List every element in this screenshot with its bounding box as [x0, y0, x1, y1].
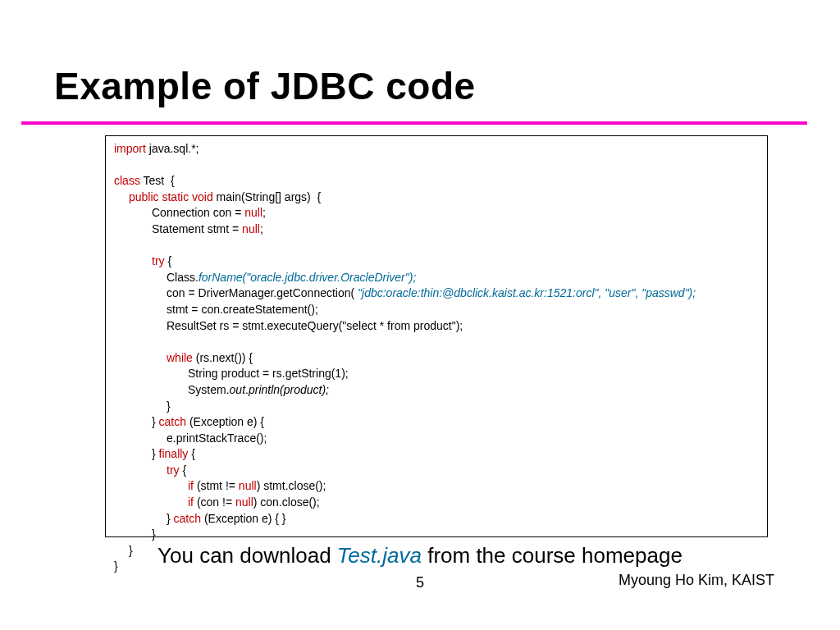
- kw-null: null: [244, 206, 262, 219]
- kw-catch: catch: [159, 415, 186, 428]
- code-text: }: [152, 415, 159, 428]
- code-text: {: [165, 254, 172, 267]
- caption-filename: Test.java: [337, 543, 422, 568]
- code-text: con = DriverManager.getConnection(: [167, 286, 358, 299]
- kw-try: try: [167, 463, 180, 477]
- kw-try: try: [152, 254, 165, 267]
- str-literal: "jdbc:oracle:thin:@dbclick.kaist.ac.kr:1…: [358, 286, 696, 299]
- code-text: }: [167, 512, 174, 525]
- str-literal: forName("oracle.jdbc.driver.OracleDriver…: [199, 271, 416, 284]
- code-text: java.sql.*;: [146, 142, 199, 155]
- code-text: ;: [260, 222, 263, 235]
- code-text: stmt = con.createStatement();: [167, 303, 318, 316]
- kw-public-static-void: public static void: [129, 190, 213, 203]
- caption-pre: You can download: [158, 543, 337, 568]
- code-text: }: [167, 399, 171, 413]
- kw-catch: catch: [174, 512, 201, 525]
- code-block: import java.sql.*; class Test { public s…: [105, 135, 768, 537]
- kw-class: class: [114, 174, 140, 187]
- kw-while: while: [167, 351, 193, 364]
- code-text: (Exception e) { }: [201, 512, 286, 525]
- kw-null: null: [235, 495, 253, 509]
- code-text: ) stmt.close();: [257, 479, 326, 492]
- code-text: ) con.close();: [253, 495, 320, 509]
- slide-title: Example of JDBC code: [54, 64, 476, 108]
- kw-finally: finally: [159, 447, 189, 460]
- code-text: }: [152, 527, 156, 541]
- code-text: String product = rs.getString(1);: [188, 367, 349, 380]
- kw-null: null: [242, 222, 260, 235]
- code-text: (Exception e) {: [186, 415, 264, 428]
- author: Myoung Ho Kim, KAIST: [619, 572, 774, 589]
- method-println: println(product);: [249, 383, 329, 396]
- code-text: ResultSet rs = stmt.executeQuery("select…: [167, 319, 463, 332]
- code-text: (con !=: [194, 495, 235, 509]
- kw-if: if: [188, 479, 194, 492]
- code-text: (rs.next()) {: [193, 351, 253, 364]
- code-text: e.printStackTrace();: [167, 431, 267, 445]
- caption-post: from the course homepage: [422, 543, 682, 568]
- code-text: Test {: [140, 174, 175, 187]
- caption: You can download Test.java from the cour…: [0, 543, 840, 568]
- slide: Example of JDBC code import java.sql.*; …: [0, 0, 840, 630]
- code-text: ;: [262, 206, 266, 219]
- field-out: out: [230, 383, 245, 396]
- kw-null: null: [239, 479, 257, 492]
- code-text: {: [180, 463, 187, 477]
- kw-import: import: [114, 142, 146, 155]
- code-text: main(String[] args) {: [213, 190, 322, 203]
- code-text: Connection con =: [152, 206, 244, 219]
- code-text: }: [152, 447, 159, 460]
- code-text: {: [188, 447, 195, 460]
- divider: [21, 121, 807, 125]
- code-text: (stmt !=: [194, 479, 239, 492]
- code-text: System.: [188, 383, 230, 396]
- code-text: Statement stmt =: [152, 222, 242, 235]
- code-text: Class.: [167, 271, 199, 284]
- kw-if: if: [188, 495, 194, 509]
